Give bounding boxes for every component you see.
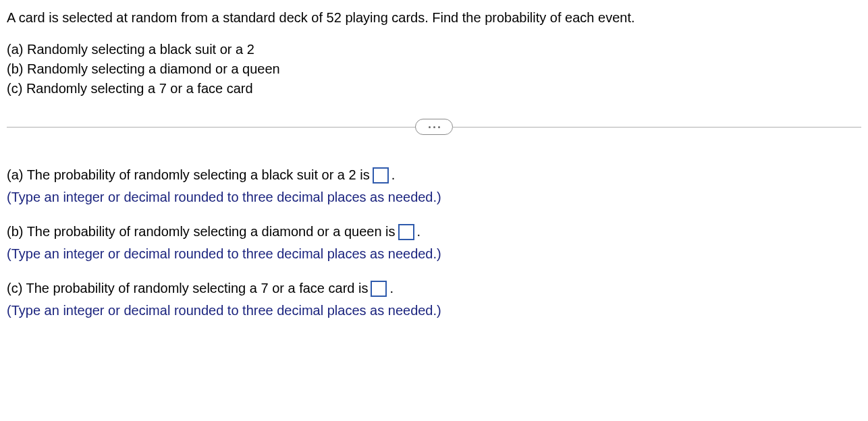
answer-line-b: (b) The probability of randomly selectin… — [7, 222, 861, 242]
answer-input-b[interactable] — [398, 224, 414, 240]
answer-prefix-a: (a) The probability of randomly selectin… — [7, 165, 370, 185]
answer-input-c[interactable] — [371, 281, 387, 297]
answer-line-c: (c) The probability of randomly selectin… — [7, 279, 861, 298]
answer-suffix-c: . — [389, 279, 394, 298]
answer-prefix-b: (b) The probability of randomly selectin… — [7, 222, 396, 242]
answer-block-a: (a) The probability of randomly selectin… — [7, 165, 861, 207]
problem-parts: (a) Randomly selecting a black suit or a… — [7, 40, 861, 99]
answer-block-c: (c) The probability of randomly selectin… — [7, 279, 861, 320]
answer-suffix-b: . — [417, 222, 421, 242]
ellipsis-icon — [433, 126, 435, 128]
answer-line-a: (a) The probability of randomly selectin… — [7, 165, 861, 185]
ellipsis-icon — [438, 126, 440, 128]
more-button[interactable] — [415, 119, 453, 135]
answer-prefix-c: (c) The probability of randomly selectin… — [7, 279, 368, 298]
ellipsis-icon — [429, 126, 431, 128]
problem-part-c: (c) Randomly selecting a 7 or a face car… — [7, 79, 861, 99]
answer-hint-b: (Type an integer or decimal rounded to t… — [7, 244, 861, 264]
divider-line-left — [7, 127, 416, 128]
problem-statement: A card is selected at random from a stan… — [7, 8, 861, 28]
answer-suffix-a: . — [391, 165, 396, 185]
section-divider — [7, 119, 861, 135]
answer-input-a[interactable] — [373, 167, 389, 184]
answer-hint-a: (Type an integer or decimal rounded to t… — [7, 188, 861, 207]
problem-statement-text: A card is selected at random from a stan… — [7, 8, 861, 28]
answer-block-b: (b) The probability of randomly selectin… — [7, 222, 861, 264]
problem-part-b: (b) Randomly selecting a diamond or a qu… — [7, 59, 861, 79]
divider-line-right — [452, 127, 861, 128]
answer-hint-c: (Type an integer or decimal rounded to t… — [7, 301, 861, 320]
problem-part-a: (a) Randomly selecting a black suit or a… — [7, 40, 861, 59]
